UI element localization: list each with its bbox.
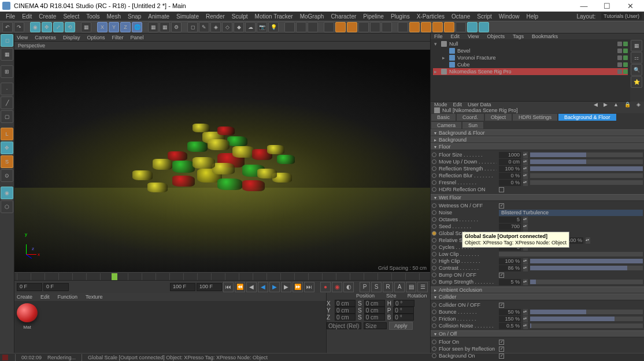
rotate-tool-button[interactable]: ⟲ xyxy=(65,22,75,32)
value-input[interactable]: 100 % xyxy=(499,166,521,172)
tab-hdri-settings[interactable]: HDRI Settings xyxy=(512,113,558,121)
next-key-button[interactable]: ⏩ xyxy=(293,282,303,292)
value-input[interactable]: 0 cm xyxy=(499,159,521,165)
next-frame-button[interactable]: ▶ xyxy=(281,282,291,292)
toolbar-icon-4[interactable] xyxy=(324,22,334,32)
section-background[interactable]: ▸Background xyxy=(431,136,644,143)
redo-button[interactable]: ↷ xyxy=(14,22,24,32)
slider[interactable] xyxy=(530,152,643,157)
spinner[interactable]: ▴▾ xyxy=(523,224,528,230)
ommenu-file[interactable]: File xyxy=(434,34,443,39)
viewmenu-filter[interactable]: Filter xyxy=(112,35,123,40)
environment-button[interactable]: ☁ xyxy=(245,22,256,32)
subdiv-button[interactable]: ◈ xyxy=(210,22,221,32)
menu-x-particles[interactable]: X-Particles xyxy=(413,13,448,20)
light-button[interactable]: 💡 xyxy=(268,22,279,32)
size-y-input[interactable]: 0 cm xyxy=(364,307,385,314)
anim-dot[interactable] xyxy=(432,210,436,215)
anim-dot[interactable] xyxy=(432,152,436,157)
om-item-cube[interactable]: Cube xyxy=(433,61,628,68)
polys-mode-button[interactable]: ▢ xyxy=(1,110,13,123)
axis2-button[interactable]: ✥ xyxy=(1,142,13,154)
tab-coord-[interactable]: Coord. xyxy=(456,113,484,121)
toolbar-icon-10[interactable] xyxy=(398,22,408,32)
menu-motion-tracker[interactable]: Motion Tracker xyxy=(251,13,297,20)
axis-z-button[interactable]: Z xyxy=(120,22,131,32)
deformer-button[interactable]: ◆ xyxy=(234,22,244,32)
slider[interactable] xyxy=(499,252,643,256)
menu-plugins[interactable]: Plugins xyxy=(387,13,413,20)
tab-background-floor[interactable]: Background & Floor xyxy=(558,113,617,121)
om-item-bevel[interactable]: Bevel xyxy=(433,47,628,54)
goto-start-button[interactable]: ⏮ xyxy=(223,282,234,292)
slider[interactable] xyxy=(530,159,643,164)
menu-snap[interactable]: Snap xyxy=(124,13,145,20)
om-item-nikomedias-scene-rig-pro[interactable]: ▸Nikomedias Scene Rig Pro xyxy=(433,68,628,75)
slider[interactable] xyxy=(530,259,643,263)
value-input[interactable]: 150 % xyxy=(499,316,521,322)
rot-p-input[interactable]: 0 ° xyxy=(393,307,414,314)
value-input[interactable]: 50 % xyxy=(499,309,521,315)
toolbar-icon-14[interactable] xyxy=(444,22,454,32)
toolbar-icon-9[interactable] xyxy=(382,22,392,32)
menu-help[interactable]: Help xyxy=(523,13,542,20)
anim-dot[interactable] xyxy=(432,166,436,171)
close-button[interactable]: ✕ xyxy=(619,0,642,12)
toolbar-icon-15[interactable] xyxy=(456,22,466,32)
anim-dot[interactable] xyxy=(432,159,436,164)
ammenu-mode[interactable]: Mode xyxy=(434,102,447,107)
toolbar-icon-1[interactable] xyxy=(284,22,295,32)
scale-tool-button[interactable]: ⤢ xyxy=(53,22,64,32)
slider[interactable] xyxy=(530,266,643,270)
tab-camera[interactable]: Camera xyxy=(431,121,462,129)
apply-button[interactable]: Apply xyxy=(389,322,413,330)
prev-key-button[interactable]: ⏪ xyxy=(235,282,245,292)
matmenu-edit[interactable]: Edit xyxy=(40,294,50,300)
anim-dot[interactable] xyxy=(432,238,436,243)
last-tool-button[interactable]: ▦ xyxy=(81,22,91,32)
menu-simulate[interactable]: Simulate xyxy=(173,13,202,20)
ommenu-objects[interactable]: Objects xyxy=(487,34,505,39)
anim-dot[interactable] xyxy=(432,353,436,358)
rot-key-button[interactable]: R xyxy=(383,282,393,292)
om-bookmark-button[interactable]: ⭐ xyxy=(631,76,642,88)
object-manager-tree[interactable]: ▾NullBevel▸Voronoi FractureCube▸Nikomedi… xyxy=(431,39,630,102)
anim-dot[interactable] xyxy=(432,273,436,277)
toolbar-icon-12[interactable] xyxy=(421,22,431,32)
ammenu-edit[interactable]: Edit xyxy=(453,102,462,107)
menu-animate[interactable]: Animate xyxy=(145,13,173,20)
size-z-input[interactable]: 0 cm xyxy=(364,314,385,321)
viewmenu-cameras[interactable]: Cameras xyxy=(35,35,56,40)
tweak-button[interactable]: ⬡ xyxy=(1,200,13,213)
value-input[interactable]: 0 % xyxy=(499,173,521,179)
am-new[interactable]: ◈ xyxy=(636,102,641,107)
om-filter-button[interactable]: ⚏ xyxy=(631,52,642,64)
axis-button[interactable]: L xyxy=(1,128,13,140)
coord-size-select[interactable]: Size xyxy=(364,322,387,329)
value-input[interactable]: 100 % xyxy=(499,258,521,265)
anim-dot[interactable] xyxy=(432,310,436,314)
ommenu-bookmarks[interactable]: Bookmarks xyxy=(532,34,558,39)
slider[interactable] xyxy=(530,180,643,185)
snap-button[interactable]: S xyxy=(1,155,13,168)
slider[interactable] xyxy=(530,173,643,178)
array-button[interactable]: ◇ xyxy=(222,22,232,32)
frame-end-input[interactable]: 100 F xyxy=(170,283,195,291)
anim-dot[interactable] xyxy=(432,203,436,208)
am-nav-fwd[interactable]: ▶ xyxy=(604,102,608,107)
matmenu-create[interactable]: Create xyxy=(17,294,32,300)
anim-dot[interactable] xyxy=(432,224,436,229)
model-mode-button[interactable]: ◻ xyxy=(1,34,13,47)
undo-button[interactable]: ↶ xyxy=(2,22,13,32)
checkbox[interactable]: ✓ xyxy=(499,353,504,359)
section-collider[interactable]: ▾Collider xyxy=(431,293,644,300)
toolbar-icon-11[interactable] xyxy=(409,22,420,32)
toolbar-icon-8[interactable] xyxy=(370,22,380,32)
viewmenu-display[interactable]: Display xyxy=(63,35,80,40)
tab-object[interactable]: Object xyxy=(484,113,512,121)
rot-h-input[interactable]: 0 ° xyxy=(394,300,414,307)
om-search-button[interactable]: 🔍 xyxy=(631,64,642,76)
om-item-voronoi-fracture[interactable]: ▸Voronoi Fracture xyxy=(433,54,628,61)
cube-button[interactable]: ◻ xyxy=(187,22,198,32)
anim-dot[interactable] xyxy=(432,280,436,284)
